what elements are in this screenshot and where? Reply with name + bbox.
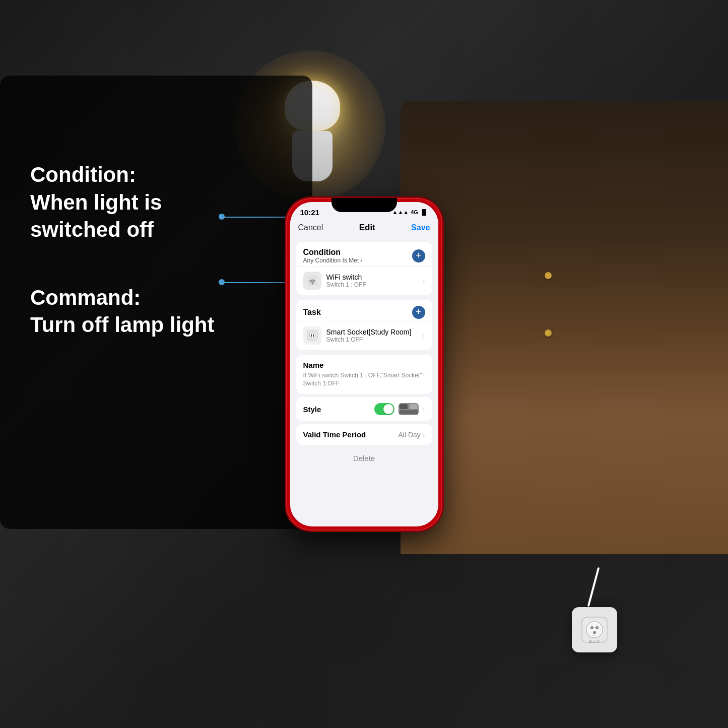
plus-icon: +	[416, 250, 421, 261]
phone-frame: 10:21 ▲▲▲ 4G ▐▌ Cancel Edit Save Conditi…	[286, 198, 442, 531]
condition-add-button[interactable]: +	[412, 249, 425, 262]
smart-socket-chevron: ›	[423, 332, 425, 340]
save-button[interactable]: Save	[411, 223, 430, 232]
name-section: Name If WiFi switch Switch 1 : OFF,"Smar…	[296, 355, 432, 394]
name-chevron: ›	[423, 370, 425, 378]
svg-text:BLLUK: BLLUK	[589, 640, 601, 643]
wifi-switch-content: WiFi switch Switch 1 : OFF	[326, 273, 418, 288]
svg-rect-8	[410, 404, 418, 409]
status-icons: ▲▲▲ 4G ▐▌	[392, 209, 428, 215]
network-type: 4G	[411, 209, 418, 215]
svg-point-13	[590, 626, 593, 629]
name-left: Name If WiFi switch Switch 1 : OFF,"Smar…	[303, 361, 423, 388]
wifi-switch-title: WiFi switch	[326, 273, 418, 281]
condition-subtitle: Any Condition Is Met ›	[303, 257, 363, 264]
wifi-switch-item[interactable]: WiFi switch Switch 1 : OFF ›	[296, 266, 432, 295]
svg-point-3	[309, 333, 315, 339]
svg-point-1	[311, 283, 312, 284]
wifi-switch-icon	[303, 272, 321, 290]
smart-socket-content: Smart Socket[Study Room] Switch 1:OFF	[326, 328, 418, 343]
condition-annotation: Condition: When light is switched off	[30, 161, 222, 244]
drawer-handles	[545, 272, 552, 337]
signal-icon: ▲▲▲	[392, 209, 409, 215]
style-toggle[interactable]	[374, 403, 394, 415]
condition-annotation-text: Condition: When light is switched off	[30, 161, 222, 244]
phone-content: Condition Any Condition Is Met › +	[290, 237, 438, 516]
command-annotation: Command: Turn off lamp light	[30, 284, 222, 339]
condition-header-left: Condition Any Condition Is Met ›	[303, 248, 363, 264]
smart-plug-svg: BLLUK	[579, 615, 610, 645]
wifi-icon	[307, 275, 318, 286]
name-row: Name If WiFi switch Switch 1 : OFF,"Smar…	[303, 361, 425, 388]
chevron-down-icon: ›	[360, 257, 362, 264]
style-thumb-img	[399, 403, 419, 415]
delete-section: Delete	[296, 448, 432, 469]
drawer-handle-top	[545, 272, 552, 279]
task-plus-icon: +	[416, 307, 421, 317]
smart-socket-icon	[303, 326, 321, 345]
nav-bar: Cancel Edit Save	[290, 219, 438, 237]
time-value: All Day ›	[398, 431, 425, 439]
cancel-button[interactable]: Cancel	[298, 223, 323, 232]
name-value: If WiFi switch Switch 1 : OFF,"Smart Soc…	[303, 371, 423, 388]
smart-socket-subtitle: Switch 1:OFF	[326, 336, 418, 343]
notch	[332, 198, 397, 212]
name-label: Name	[303, 361, 423, 369]
condition-title: Condition	[303, 248, 363, 257]
style-label: Style	[303, 405, 321, 414]
svg-rect-7	[400, 404, 408, 409]
smart-socket-item[interactable]: Smart Socket[Study Room] Switch 1:OFF ›	[296, 321, 432, 350]
command-annotation-text: Command: Turn off lamp light	[30, 284, 222, 339]
annotation-area: Condition: When light is switched off Co…	[30, 161, 222, 379]
style-thumbnail[interactable]	[399, 403, 419, 415]
condition-section: Condition Any Condition Is Met › +	[296, 242, 432, 295]
desk-background	[401, 101, 728, 554]
wifi-switch-subtitle: Switch 1 : OFF	[326, 281, 418, 288]
time-chevron: ›	[423, 431, 425, 439]
smart-plug: BLLUK	[572, 607, 617, 652]
smart-socket-title: Smart Socket[Study Room]	[326, 328, 418, 336]
condition-subtitle-text: Any Condition Is Met	[303, 257, 359, 264]
style-chevron: ›	[423, 405, 425, 413]
task-add-button[interactable]: +	[412, 306, 425, 319]
phone-screen: 10:21 ▲▲▲ 4G ▐▌ Cancel Edit Save Conditi…	[290, 202, 438, 526]
battery-icon: ▐▌	[420, 209, 428, 215]
style-controls: ›	[374, 403, 425, 415]
svg-point-14	[595, 626, 599, 629]
task-section: Task +	[296, 300, 432, 350]
status-time: 10:21	[300, 208, 319, 217]
svg-rect-9	[400, 410, 418, 414]
time-section: Valid Time Period All Day ›	[296, 424, 432, 445]
task-section-header: Task +	[296, 300, 432, 321]
wifi-switch-chevron: ›	[423, 277, 425, 285]
style-section: Style ›	[296, 397, 432, 421]
svg-point-12	[588, 624, 601, 636]
svg-rect-15	[593, 631, 596, 634]
drawer-handle-bottom	[545, 329, 552, 337]
socket-svg	[306, 329, 318, 342]
time-value-text: All Day	[398, 431, 420, 439]
task-title: Task	[303, 308, 321, 317]
condition-section-header: Condition Any Condition Is Met › +	[296, 242, 432, 266]
delete-button[interactable]: Delete	[296, 448, 432, 469]
time-label: Valid Time Period	[303, 430, 366, 439]
nav-title: Edit	[359, 223, 375, 233]
